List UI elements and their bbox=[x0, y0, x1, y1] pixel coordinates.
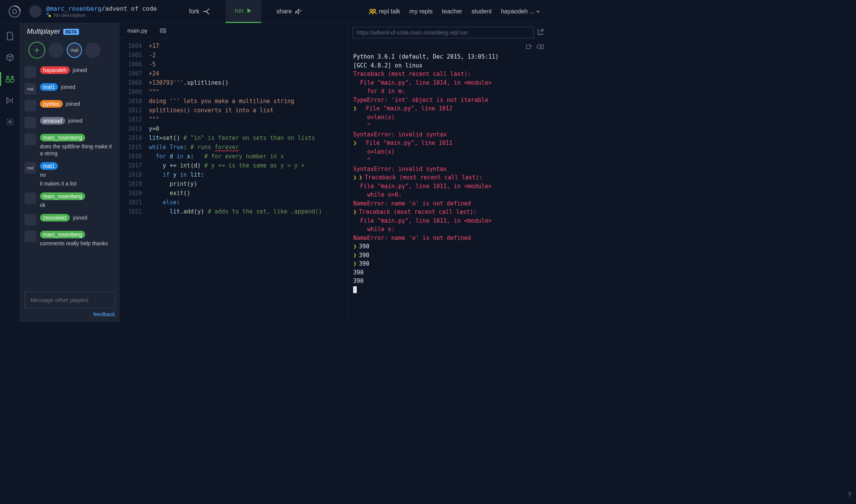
feed-avatar bbox=[25, 192, 36, 204]
tab-bar: main.py bbox=[120, 23, 348, 38]
teacher-link[interactable]: teacher bbox=[442, 8, 462, 15]
markdown-preview-icon[interactable] bbox=[155, 23, 171, 38]
replit-logo-icon[interactable] bbox=[8, 5, 21, 18]
user-menu[interactable]: hayaodeh ... bbox=[501, 8, 540, 15]
console-panel: Python 3.6.1 (default, Dec 2015, 13:05:1… bbox=[348, 23, 548, 322]
student-link[interactable]: student bbox=[471, 8, 491, 15]
chat-feed: hayaodeh joinedmatmat1 joinedpyelias joi… bbox=[25, 66, 115, 289]
feed-item: marc_rosenbergok bbox=[25, 192, 115, 208]
avatars-row: + mat bbox=[25, 42, 115, 59]
play-icon bbox=[247, 8, 252, 13]
feed-item: zecookiez joined bbox=[25, 214, 115, 225]
chevron-down-icon bbox=[536, 10, 540, 13]
feed-message: it makes it a list bbox=[40, 180, 115, 187]
user-pill[interactable]: marc_rosenberg bbox=[40, 134, 85, 141]
svg-point-6 bbox=[7, 76, 8, 78]
settings-icon[interactable] bbox=[5, 117, 15, 127]
packages-icon[interactable] bbox=[5, 52, 15, 63]
repl-avatar[interactable] bbox=[29, 5, 41, 18]
feed-item: matmat1noit makes it a list bbox=[25, 162, 115, 187]
feed-avatar bbox=[25, 117, 36, 128]
feedback-link[interactable]: feedback bbox=[25, 311, 115, 317]
feed-avatar: mat bbox=[25, 162, 36, 174]
feed-avatar: mat bbox=[25, 83, 36, 95]
feed-message: ok bbox=[40, 202, 115, 208]
feed-avatar bbox=[25, 66, 36, 78]
repl-url-input[interactable] bbox=[352, 27, 534, 38]
user-pill[interactable]: pyelias bbox=[40, 100, 63, 108]
repl-info: @marc_rosenberg/advent of code No descri… bbox=[29, 5, 157, 18]
code-lines: +17-2-5+24+130793'''.splitlines()"""doin… bbox=[147, 38, 348, 322]
user-pill[interactable]: marc_rosenberg bbox=[40, 192, 85, 200]
svg-rect-10 bbox=[161, 30, 165, 30]
user-pill[interactable]: zecookiez bbox=[40, 214, 70, 222]
svg-rect-12 bbox=[161, 32, 164, 33]
open-external-icon[interactable] bbox=[537, 29, 544, 37]
top-right-nav: repl talk my repls teacher student hayao… bbox=[369, 8, 540, 15]
fork-button[interactable]: fork bbox=[180, 0, 219, 23]
share-button[interactable]: share bbox=[267, 0, 311, 23]
player-avatar[interactable]: mat bbox=[67, 43, 82, 58]
repl-talk-link[interactable]: repl talk bbox=[369, 8, 400, 15]
run-button[interactable]: run bbox=[226, 0, 261, 23]
user-pill[interactable]: mat1 bbox=[40, 162, 58, 170]
console-clear-icon[interactable] bbox=[536, 44, 544, 50]
code-editor[interactable]: 1004100510061007100810091010101110121013… bbox=[120, 38, 348, 322]
multiplayer-header: Multiplayer BETA bbox=[25, 28, 115, 36]
feed-message: does the splitline thing make it a strin… bbox=[40, 143, 115, 157]
multiplayer-panel: Multiplayer BETA + mat hayaodeh joinedma… bbox=[20, 23, 120, 322]
svg-point-7 bbox=[11, 76, 13, 78]
feed-action: joined bbox=[67, 118, 82, 124]
console-header bbox=[349, 42, 548, 53]
repl-title[interactable]: @marc_rosenberg/advent of code bbox=[46, 5, 157, 12]
console-output[interactable]: Python 3.6.1 (default, Dec 2015, 13:05:1… bbox=[349, 53, 548, 322]
editor-panel: main.py 10041005100610071008100910101011… bbox=[120, 23, 348, 322]
add-player-button[interactable]: + bbox=[28, 42, 45, 59]
repl-owner: @marc_rosenberg bbox=[46, 5, 102, 12]
share-icon bbox=[295, 8, 302, 15]
svg-point-1 bbox=[13, 9, 17, 13]
files-icon[interactable] bbox=[5, 31, 15, 41]
top-actions: fork run share bbox=[180, 0, 311, 23]
user-pill[interactable]: mat1 bbox=[40, 83, 58, 91]
feed-action: joined bbox=[64, 101, 80, 107]
line-gutter: 1004100510061007100810091010101110121013… bbox=[120, 38, 147, 322]
my-repls-link[interactable]: my repls bbox=[410, 8, 433, 15]
user-pill[interactable]: hayaodeh bbox=[40, 66, 70, 74]
topbar: @marc_rosenberg/advent of code No descri… bbox=[0, 0, 548, 23]
feed-avatar bbox=[25, 100, 36, 112]
player-avatar[interactable] bbox=[48, 43, 64, 58]
feed-item: matmat1 joined bbox=[25, 83, 115, 95]
multiplayer-icon[interactable] bbox=[5, 74, 15, 84]
feed-message: comments really help thanks bbox=[40, 240, 115, 247]
beta-badge: BETA bbox=[63, 29, 79, 35]
feed-item: hayaodeh joined bbox=[25, 66, 115, 78]
player-avatar[interactable] bbox=[85, 43, 100, 58]
svg-point-5 bbox=[373, 9, 375, 11]
chat-input[interactable] bbox=[25, 292, 115, 308]
feed-action: joined bbox=[71, 67, 87, 73]
feed-item: marc_rosenbergdoes the splitline thing m… bbox=[25, 134, 115, 157]
feed-avatar bbox=[25, 134, 36, 145]
fork-icon bbox=[202, 8, 210, 15]
feed-item: marc_rosenbergcomments really help thank… bbox=[25, 231, 115, 247]
svg-rect-2 bbox=[47, 13, 49, 15]
svg-rect-3 bbox=[49, 15, 51, 17]
feed-avatar bbox=[25, 214, 36, 225]
debugger-icon[interactable] bbox=[5, 95, 15, 106]
multiplayer-title: Multiplayer bbox=[27, 28, 60, 36]
feed-avatar bbox=[25, 231, 36, 242]
svg-point-4 bbox=[370, 9, 372, 11]
user-pill[interactable]: amasad bbox=[40, 117, 65, 125]
svg-rect-11 bbox=[161, 31, 165, 31]
url-bar bbox=[349, 23, 548, 42]
user-pill[interactable]: marc_rosenberg bbox=[40, 231, 85, 238]
main-layout: Multiplayer BETA + mat hayaodeh joinedma… bbox=[0, 23, 548, 322]
python-icon bbox=[46, 12, 51, 18]
people-icon bbox=[369, 8, 377, 15]
console-popout-icon[interactable] bbox=[526, 44, 532, 50]
svg-point-8 bbox=[9, 121, 11, 123]
file-tab[interactable]: main.py bbox=[120, 23, 155, 38]
icon-rail bbox=[0, 23, 20, 322]
repl-description: No description bbox=[46, 12, 157, 18]
